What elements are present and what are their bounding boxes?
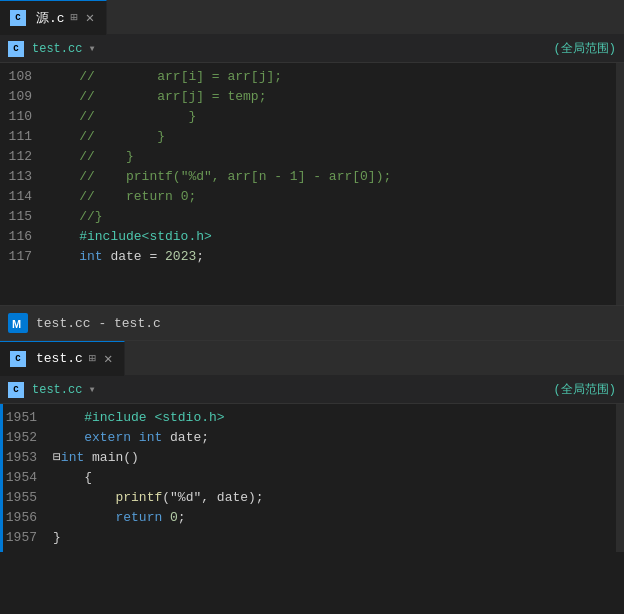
bottom-toolbar-left: C test.cc ▾ [8,382,96,398]
pin-icon[interactable]: ⊞ [71,10,78,25]
line-content: return 0; [53,508,186,528]
top-editor-toolbar: C test.cc ▾ (全局范围) [0,35,624,63]
table-row: 1952 extern int date; [5,428,616,448]
top-toolbar-file-icon: C [8,41,24,57]
table-row: 113 // printf("%d", arr[n - 1] - arr[0])… [0,167,616,187]
top-toolbar-right: (全局范围) [554,40,616,57]
line-content: // return 0; [48,187,196,207]
top-toolbar-left: C test.cc ▾ [8,41,96,57]
table-row: 117 int date = 2023; [0,247,616,267]
line-content: int date = 2023; [48,247,204,267]
line-number: 108 [0,67,48,87]
tab-file-icon: C [10,10,26,26]
line-number: 1953 [5,448,53,468]
line-content: // } [48,127,165,147]
bottom-panel: C test.c ⊞ ✕ C test.cc ▾ (全局范围) 1951 #in… [0,341,624,552]
line-number: 1952 [5,428,53,448]
top-panel: C 源.c ⊞ ✕ C test.cc ▾ (全局范围) 108 // arr[… [0,0,624,305]
line-number: 113 [0,167,48,187]
line-content: // arr[i] = arr[j]; [48,67,282,87]
line-number: 1951 [5,408,53,428]
table-row: 1956 return 0; [5,508,616,528]
line-number: 1957 [5,528,53,548]
svg-text:M: M [12,318,21,330]
bottom-toolbar-file-icon: C [8,382,24,398]
table-row: 1951 #include <stdio.h> [5,408,616,428]
bottom-code-area: 1951 #include <stdio.h>1952 extern int d… [0,404,624,552]
line-content: // arr[j] = temp; [48,87,266,107]
bottom-tab-bar: C test.c ⊞ ✕ [0,341,624,376]
line-content: #include<stdio.h> [48,227,212,247]
line-number: 1956 [5,508,53,528]
line-content: printf("%d", date); [53,488,264,508]
bottom-tab-label: test.c [36,351,83,366]
bottom-editor-toolbar: C test.cc ▾ (全局范围) [0,376,624,404]
line-content: { [53,468,92,488]
top-toolbar-filename: test.cc [32,42,82,56]
bottom-tab-file-icon: C [10,351,26,367]
bottom-toolbar-dropdown-icon[interactable]: ▾ [88,382,95,397]
line-number: 1954 [5,468,53,488]
bottom-tab-test[interactable]: C test.c ⊞ ✕ [0,341,125,376]
table-row: 112 // } [0,147,616,167]
table-row: 114 // return 0; [0,187,616,207]
top-scrollbar[interactable] [616,63,624,305]
line-content: //} [48,207,103,227]
top-code-lines: 108 // arr[i] = arr[j];109 // arr[j] = t… [0,63,616,305]
bottom-toolbar-filename: test.cc [32,383,82,397]
line-number: 110 [0,107,48,127]
table-row: 116 #include<stdio.h> [0,227,616,247]
top-tab-source[interactable]: C 源.c ⊞ ✕ [0,0,107,35]
line-content: } [53,528,61,548]
bottom-pin-icon[interactable]: ⊞ [89,351,96,366]
bottom-toolbar-right: (全局范围) [554,381,616,398]
table-row: 1954 { [5,468,616,488]
table-row: 108 // arr[i] = arr[j]; [0,67,616,87]
line-number: 1955 [5,488,53,508]
table-row: 1957} [5,528,616,548]
line-number: 109 [0,87,48,107]
vs-logo-icon: M [8,313,28,333]
table-row: 111 // } [0,127,616,147]
line-number: 115 [0,207,48,227]
table-row: 1955 printf("%d", date); [5,488,616,508]
bottom-close-icon[interactable]: ✕ [102,348,114,369]
top-toolbar-dropdown-icon[interactable]: ▾ [88,41,95,56]
table-row: 109 // arr[j] = temp; [0,87,616,107]
table-row: 110 // } [0,107,616,127]
line-content: ⊟int main() [53,448,139,468]
top-tab-label: 源.c [36,9,65,27]
panel-divider-title: test.cc - test.c [36,316,161,331]
bottom-scrollbar[interactable] [616,404,624,552]
line-content: // } [48,147,134,167]
table-row: 115 //} [0,207,616,227]
bottom-left-indicator [0,404,3,552]
bottom-code-lines: 1951 #include <stdio.h>1952 extern int d… [5,404,616,552]
panel-divider: M test.cc - test.c [0,305,624,341]
line-number: 116 [0,227,48,247]
line-content: extern int date; [53,428,209,448]
top-scope-label: (全局范围) [554,42,616,56]
line-content: // } [48,107,196,127]
line-content: // printf("%d", arr[n - 1] - arr[0]); [48,167,391,187]
table-row: 1953⊟int main() [5,448,616,468]
line-number: 114 [0,187,48,207]
line-number: 111 [0,127,48,147]
line-number: 112 [0,147,48,167]
top-tab-bar: C 源.c ⊞ ✕ [0,0,624,35]
close-icon[interactable]: ✕ [84,7,96,28]
bottom-scope-label: (全局范围) [554,383,616,397]
line-number: 117 [0,247,48,267]
line-content: #include <stdio.h> [53,408,225,428]
top-code-area: 108 // arr[i] = arr[j];109 // arr[j] = t… [0,63,624,305]
